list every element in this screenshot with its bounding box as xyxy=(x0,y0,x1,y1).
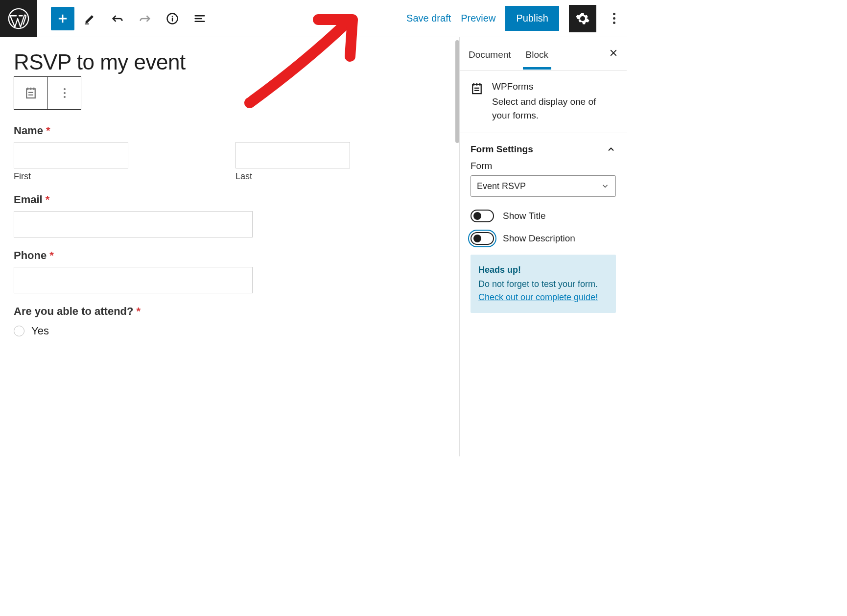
scrollbar-thumb[interactable] xyxy=(455,40,459,143)
last-name-sublabel: Last xyxy=(235,171,446,182)
chevron-up-icon xyxy=(606,144,616,154)
required-marker: * xyxy=(46,124,50,137)
settings-sidebar: Document Block WPForms Select and displa… xyxy=(459,37,627,456)
form-icon xyxy=(24,86,38,100)
block-description: WPForms Select and display one of your f… xyxy=(460,71,627,133)
block-description-text: Select and display one of your forms. xyxy=(492,95,616,122)
phone-input[interactable] xyxy=(14,267,253,293)
toggle-show-description-label: Show Description xyxy=(503,233,575,244)
radio-option-yes[interactable]: Yes xyxy=(14,325,446,337)
close-sidebar-button[interactable] xyxy=(609,47,618,60)
notice-text: Do not forget to test your form. xyxy=(478,278,608,291)
list-view-icon xyxy=(193,12,207,25)
required-marker: * xyxy=(46,193,50,206)
phone-label: Phone * xyxy=(14,249,446,262)
toolbar-right: Save draft Preview Publish xyxy=(406,5,627,32)
form-select-label: Form xyxy=(471,161,616,171)
preview-button[interactable]: Preview xyxy=(461,13,495,24)
outline-button[interactable] xyxy=(188,7,212,30)
notice-title: Heads up! xyxy=(478,263,608,277)
sidebar-tabs: Document Block xyxy=(460,37,627,71)
first-name-sublabel: First xyxy=(14,171,224,182)
gear-icon xyxy=(575,11,590,26)
info-button[interactable] xyxy=(161,7,184,30)
toolbar-left xyxy=(37,7,212,30)
block-type-button[interactable] xyxy=(14,77,47,109)
redo-button[interactable] xyxy=(133,7,157,30)
form-select-value: Event RSVP xyxy=(477,181,526,191)
undo-button[interactable] xyxy=(106,7,129,30)
last-name-input[interactable] xyxy=(235,142,350,168)
kebab-icon xyxy=(64,88,66,98)
toggle-show-description[interactable] xyxy=(471,232,494,245)
field-phone: Phone * xyxy=(14,249,446,293)
field-name: Name * First Last xyxy=(14,124,446,182)
panel-form-settings-header[interactable]: Form Settings xyxy=(460,133,627,160)
svg-point-3 xyxy=(172,16,173,17)
name-label: Name * xyxy=(14,124,446,137)
block-toolbar xyxy=(14,76,81,110)
radio-label: Yes xyxy=(31,325,49,337)
more-menu-button[interactable] xyxy=(606,13,622,24)
wordpress-icon xyxy=(7,7,30,30)
notice-heads-up: Heads up! Do not forget to test your for… xyxy=(471,255,616,313)
toggle-show-title-row: Show Title xyxy=(471,210,616,222)
toggle-show-description-row: Show Description xyxy=(471,232,616,245)
page-title[interactable]: RSVP to my event xyxy=(14,50,446,74)
edit-mode-button[interactable] xyxy=(78,7,102,30)
field-attend: Are you able to attend? * Yes xyxy=(14,305,446,337)
save-draft-button[interactable]: Save draft xyxy=(406,13,451,24)
publish-button[interactable]: Publish xyxy=(505,6,559,31)
required-marker: * xyxy=(137,305,141,317)
chevron-down-icon xyxy=(601,182,610,190)
toggle-show-title[interactable] xyxy=(471,210,494,222)
panel-title: Form Settings xyxy=(471,144,533,155)
tab-document[interactable]: Document xyxy=(469,39,511,69)
field-email: Email * xyxy=(14,193,446,237)
undo-icon xyxy=(111,12,124,25)
attend-label: Are you able to attend? * xyxy=(14,305,446,318)
form-select[interactable]: Event RSVP xyxy=(471,175,616,197)
plus-icon xyxy=(56,12,70,25)
wpforms-icon xyxy=(470,81,484,122)
svg-rect-1 xyxy=(85,23,89,24)
settings-button[interactable] xyxy=(569,5,596,32)
editor-layout: RSVP to my event Name * First xyxy=(0,37,627,456)
block-more-button[interactable] xyxy=(47,77,81,109)
email-label: Email * xyxy=(14,193,446,206)
pencil-icon xyxy=(83,12,97,25)
email-input[interactable] xyxy=(14,211,253,237)
notice-link[interactable]: Check out our complete guide! xyxy=(478,292,598,302)
panel-form-settings-body: Form Event RSVP Show Title Show Descript… xyxy=(460,160,627,323)
editor-topbar: Save draft Preview Publish xyxy=(0,0,627,37)
radio-icon xyxy=(14,326,24,336)
wordpress-logo[interactable] xyxy=(0,0,37,37)
redo-icon xyxy=(138,12,152,25)
editor-canvas: RSVP to my event Name * First xyxy=(0,37,459,456)
block-name: WPForms xyxy=(492,81,616,92)
info-icon xyxy=(165,12,179,25)
close-icon xyxy=(609,48,618,57)
tab-block[interactable]: Block xyxy=(526,39,548,69)
add-block-button[interactable] xyxy=(51,7,74,30)
toggle-show-title-label: Show Title xyxy=(503,211,546,221)
required-marker: * xyxy=(49,249,54,261)
first-name-input[interactable] xyxy=(14,142,128,168)
